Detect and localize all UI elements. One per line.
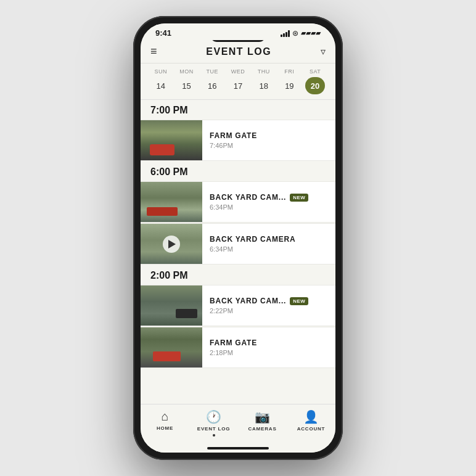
calendar-strip: SUN MON TUE WED THU FRI SAT 14 15 16 17 … bbox=[141, 64, 335, 100]
event-name-4: BACK YARD CAM... bbox=[210, 297, 286, 305]
event-time-5: 2:18PM bbox=[210, 349, 328, 356]
event-info-3: BACK YARD CAMERA 6:34PM bbox=[202, 229, 335, 259]
nav-item-home[interactable]: ⌂ HOME bbox=[147, 409, 184, 437]
cameras-icon: 📷 bbox=[255, 409, 270, 424]
bottom-spacer bbox=[141, 369, 335, 381]
cal-label-sun: SUN bbox=[151, 68, 171, 75]
app-header: ≡ EVENT LOG ▿ bbox=[141, 40, 335, 64]
status-bar: 9:41 ⊛ ▰▰▰▰ bbox=[141, 23, 335, 40]
event-name-row-2: BACK YARD CAM... NEW bbox=[210, 193, 328, 202]
cal-label-thu: THU bbox=[254, 68, 274, 75]
event-list: 7:00 PM FARM GATE 7:46PM 6:00 PM bbox=[141, 100, 335, 404]
time-section-7pm: 7:00 PM bbox=[141, 100, 335, 120]
time-label-6pm: 6:00 PM bbox=[150, 166, 187, 177]
time-label-7pm: 7:00 PM bbox=[150, 105, 187, 115]
cal-date-20-active[interactable]: 20 bbox=[305, 77, 325, 94]
event-time-2: 6:34PM bbox=[210, 203, 328, 211]
battery-icon: ▰▰▰▰ bbox=[301, 29, 321, 37]
event-name-5: FARM GATE bbox=[210, 339, 257, 347]
event-time-1: 7:46PM bbox=[210, 142, 328, 149]
event-name-1: FARM GATE bbox=[210, 131, 257, 140]
active-dot bbox=[213, 434, 215, 437]
page-title: EVENT LOG bbox=[206, 46, 271, 57]
event-backyard-634-new[interactable]: BACK YARD CAM... NEW 6:34PM bbox=[141, 181, 335, 223]
calendar-dates-row: 14 15 16 17 18 19 20 bbox=[148, 77, 328, 94]
event-thumbnail-3 bbox=[141, 224, 202, 264]
menu-icon[interactable]: ≡ bbox=[150, 45, 157, 58]
event-info-5: FARM GATE 2:18PM bbox=[202, 332, 335, 363]
event-backyard-222-new[interactable]: BACK YARD CAM... NEW 2:22PM bbox=[141, 285, 335, 326]
nav-item-event-log[interactable]: 🕐 EVENT LOG bbox=[195, 409, 232, 437]
cal-label-tue: TUE bbox=[202, 68, 222, 75]
event-info-2: BACK YARD CAM... NEW 6:34PM bbox=[202, 187, 335, 217]
cal-label-fri: FRI bbox=[279, 68, 299, 75]
time-section-6pm: 6:00 PM bbox=[141, 162, 335, 181]
home-bar bbox=[207, 447, 269, 449]
nav-label-account: ACCOUNT bbox=[297, 426, 326, 432]
phone-frame: 9:41 ⊛ ▰▰▰▰ ≡ EVENT LOG ▿ SUN MON bbox=[133, 16, 343, 460]
nav-item-account[interactable]: 👤 ACCOUNT bbox=[293, 409, 330, 437]
event-info-4: BACK YARD CAM... NEW 2:22PM bbox=[202, 290, 335, 321]
cal-date-19[interactable]: 19 bbox=[279, 77, 299, 94]
cal-label-wed: WED bbox=[228, 68, 248, 75]
nav-label-event-log: EVENT LOG bbox=[197, 426, 230, 432]
calendar-day-headers: SUN MON TUE WED THU FRI SAT bbox=[148, 68, 328, 75]
event-thumbnail-2 bbox=[141, 182, 202, 222]
cal-label-mon: MON bbox=[177, 68, 197, 75]
event-name-2: BACK YARD CAM... bbox=[210, 193, 286, 202]
wifi-icon: ⊛ bbox=[292, 29, 298, 38]
cal-date-16[interactable]: 16 bbox=[202, 77, 222, 94]
event-name-3: BACK YARD CAMERA bbox=[210, 235, 295, 244]
cal-date-18[interactable]: 18 bbox=[254, 77, 274, 94]
event-thumbnail-4 bbox=[141, 285, 202, 326]
nav-label-home: HOME bbox=[157, 425, 173, 431]
play-triangle-icon bbox=[168, 240, 176, 248]
signal-icon bbox=[281, 30, 290, 37]
new-badge-4: NEW bbox=[290, 297, 308, 305]
event-thumbnail-1 bbox=[141, 120, 202, 160]
home-indicator bbox=[141, 444, 335, 453]
event-farm-gate-746[interactable]: FARM GATE 7:46PM bbox=[141, 120, 335, 161]
event-time-4: 2:22PM bbox=[210, 307, 328, 314]
new-badge-2: NEW bbox=[290, 194, 308, 202]
event-info-1: FARM GATE 7:46PM bbox=[202, 125, 335, 155]
event-name-row-5: FARM GATE bbox=[210, 339, 328, 347]
status-time: 9:41 bbox=[155, 28, 171, 38]
nav-item-cameras[interactable]: 📷 CAMERAS bbox=[244, 409, 281, 437]
bottom-navigation: ⌂ HOME 🕐 EVENT LOG 📷 CAMERAS 👤 ACCOUNT bbox=[141, 404, 335, 444]
filter-icon[interactable]: ▿ bbox=[321, 46, 326, 57]
cal-date-15[interactable]: 15 bbox=[177, 77, 197, 94]
nav-label-cameras: CAMERAS bbox=[248, 426, 276, 432]
event-name-row-1: FARM GATE bbox=[210, 131, 328, 140]
home-icon: ⌂ bbox=[161, 409, 168, 424]
event-thumbnail-5 bbox=[141, 327, 202, 367]
time-section-2pm: 2:00 PM bbox=[141, 265, 335, 285]
event-backyard-634-play[interactable]: BACK YARD CAMERA 6:34PM bbox=[141, 223, 335, 265]
status-icons: ⊛ ▰▰▰▰ bbox=[281, 29, 321, 38]
event-time-3: 6:34PM bbox=[210, 245, 328, 253]
time-label-2pm: 2:00 PM bbox=[150, 270, 187, 281]
cal-label-sat: SAT bbox=[305, 68, 325, 75]
phone-screen: 9:41 ⊛ ▰▰▰▰ ≡ EVENT LOG ▿ SUN MON bbox=[141, 23, 335, 453]
event-name-row-4: BACK YARD CAM... NEW bbox=[210, 297, 328, 305]
play-button[interactable] bbox=[163, 236, 180, 253]
event-farm-gate-218[interactable]: FARM GATE 2:18PM bbox=[141, 327, 335, 368]
event-log-icon: 🕐 bbox=[206, 409, 221, 424]
event-name-row-3: BACK YARD CAMERA bbox=[210, 235, 328, 244]
cal-date-17[interactable]: 17 bbox=[228, 77, 248, 94]
account-icon: 👤 bbox=[303, 409, 319, 424]
cal-date-14[interactable]: 14 bbox=[151, 77, 171, 94]
